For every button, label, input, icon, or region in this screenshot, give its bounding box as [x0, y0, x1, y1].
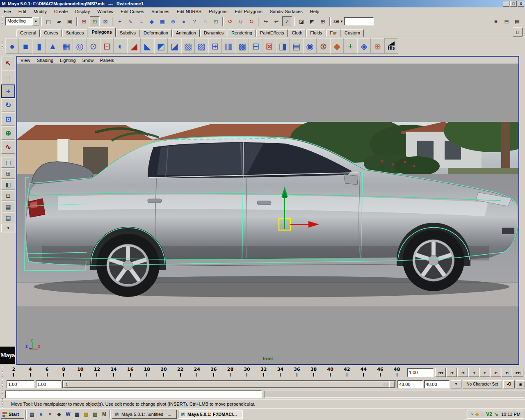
tray-icon-2[interactable]: ◈: [475, 411, 479, 417]
menu-item[interactable]: Subdiv Surfaces: [266, 7, 306, 16]
trash-icon[interactable]: ⊔: [513, 27, 523, 37]
open-scene-icon[interactable]: ▰: [54, 16, 64, 26]
poly-torus-icon[interactable]: ◎: [73, 38, 87, 54]
transfer-icon[interactable]: ⊛: [317, 38, 330, 54]
tray-icon-3[interactable]: ◌: [481, 411, 484, 417]
hypershade-persp-layout-button[interactable]: ▦: [1, 201, 15, 212]
tray-icon-1[interactable]: ◔: [470, 411, 473, 417]
panel-menu-item[interactable]: View: [17, 58, 34, 63]
select-tool[interactable]: ↖: [1, 57, 15, 70]
step-back-frame-button[interactable]: |◀: [446, 368, 457, 377]
input-connections-icon[interactable]: ↪: [261, 16, 271, 26]
lasso-select-tool[interactable]: ◌: [1, 71, 15, 84]
snap-to-points-icon[interactable]: ↻: [247, 16, 256, 26]
time-slider-grip[interactable]: [1, 368, 5, 377]
select-misc-mask-icon[interactable]: ?: [189, 16, 199, 26]
new-scene-icon[interactable]: ▢: [43, 16, 53, 26]
lock-selection-icon[interactable]: ∩: [200, 16, 210, 26]
average-vertices-icon[interactable]: ◉: [303, 38, 317, 54]
poly-cube-icon[interactable]: ■: [19, 38, 32, 54]
shelf-tab[interactable]: Deformation: [140, 29, 172, 37]
select-hulls-mask-icon[interactable]: ≈: [136, 16, 146, 26]
menu-item[interactable]: Edit: [15, 7, 30, 16]
shelf-tab[interactable]: General: [16, 29, 40, 37]
range-end-handle[interactable]: [389, 381, 395, 388]
help-line-grip[interactable]: [1, 399, 5, 409]
output-connections-icon[interactable]: ↩: [272, 16, 281, 26]
extrude-face-icon[interactable]: ◢: [127, 38, 141, 54]
render-current-frame-icon[interactable]: ◪: [297, 16, 306, 26]
restore-button[interactable]: □: [510, 1, 517, 7]
convert-to-subdiv-icon[interactable]: ⊕: [371, 38, 384, 54]
current-frame-input[interactable]: [407, 368, 434, 377]
panel-menu-item[interactable]: Lighting: [57, 58, 79, 63]
panel-menu-item[interactable]: Shading: [34, 58, 57, 63]
shelf-tab[interactable]: PaintEffects: [256, 29, 288, 37]
play-forwards-button[interactable]: ▶: [479, 368, 490, 377]
menu-item[interactable]: Create: [50, 7, 71, 16]
range-slider-bar[interactable]: 1 48: [63, 381, 395, 388]
construction-history-icon[interactable]: ✓: [282, 16, 292, 26]
playback-start-input[interactable]: [7, 380, 34, 388]
snap-to-curves-icon[interactable]: ∪: [236, 16, 246, 26]
range-slider-grip[interactable]: [1, 379, 5, 389]
shelf-tab[interactable]: Custom: [341, 29, 364, 37]
animation-preferences-button[interactable]: ▣: [516, 380, 525, 388]
shelf-tab[interactable]: Fluids: [306, 29, 326, 37]
rotate-tool[interactable]: ↻: [1, 98, 15, 112]
select-rendering-mask-icon[interactable]: ●: [179, 16, 189, 26]
bevel-icon[interactable]: ▥: [222, 38, 235, 54]
go-to-playback-end-button[interactable]: ▶▶|: [513, 368, 523, 377]
poke-faces-icon[interactable]: ▧: [181, 38, 195, 54]
select-by-component-icon[interactable]: ⊠: [100, 16, 110, 26]
time-slider-track[interactable]: 2 4 6 8 10 12: [5, 367, 405, 378]
shelf-tab[interactable]: Animation: [172, 29, 200, 37]
quick-launch-6-icon[interactable]: ▦: [73, 410, 81, 418]
start-button[interactable]: Start: [1, 410, 24, 419]
layout-menu-button[interactable]: ▼: [1, 224, 15, 232]
command-line-input[interactable]: [5, 390, 262, 398]
snap-to-grids-icon[interactable]: ↺: [225, 16, 235, 26]
show-channel-box-icon[interactable]: ▤: [512, 16, 522, 26]
menu-set-selector[interactable]: Modeling ▼: [5, 17, 39, 25]
paint-tool-2-icon[interactable]: ▨: [91, 410, 99, 418]
chevron-down-icon[interactable]: ▼: [32, 17, 39, 25]
playback-end-input[interactable]: [424, 380, 450, 388]
paint-tool-icon[interactable]: ▧: [82, 410, 90, 418]
select-dynamics-mask-icon[interactable]: ⊛: [168, 16, 178, 26]
menu-item[interactable]: Surfaces: [148, 7, 173, 16]
character-set-menu-button[interactable]: ▼: [451, 380, 461, 388]
play-backwards-button[interactable]: ◀: [468, 368, 479, 377]
tray-icon-5[interactable]: ↘: [494, 411, 498, 417]
shelf-tab[interactable]: Fur: [326, 29, 341, 37]
select-by-hierarchy-icon[interactable]: ⊞: [79, 16, 89, 26]
quick-launch-3-icon[interactable]: ¤: [46, 410, 54, 418]
viewport-canvas[interactable]: front y z x: [17, 64, 518, 364]
chevron-down-icon[interactable]: ▼: [340, 20, 343, 23]
poly-cone-icon[interactable]: ▲: [46, 38, 59, 54]
auto-keyframe-toggle[interactable]: -O: [503, 380, 515, 388]
highlight-selection-icon[interactable]: ⊡: [211, 16, 221, 26]
shelf-tab[interactable]: Curves: [40, 29, 62, 37]
create-polygon-tool-icon[interactable]: ⊡: [100, 38, 114, 54]
status-line-grip[interactable]: [1, 16, 5, 26]
move-tool[interactable]: +: [1, 84, 15, 98]
close-button[interactable]: X: [518, 1, 524, 7]
extrude-edge-icon[interactable]: ◣: [141, 38, 154, 54]
poly-sphere-icon[interactable]: ●: [5, 38, 19, 54]
shelf-tab[interactable]: Surfaces: [62, 29, 87, 37]
four-pane-layout-button[interactable]: ⊞: [1, 168, 15, 179]
panel-menu-item[interactable]: Show: [79, 58, 97, 63]
save-scene-icon[interactable]: ▣: [65, 16, 75, 26]
ipr-render-icon[interactable]: ◩: [307, 16, 317, 26]
smooth-icon[interactable]: ◨: [276, 38, 290, 54]
panel-menu-item[interactable]: Panels: [97, 58, 117, 63]
mirror-geometry-icon[interactable]: ▩: [235, 38, 249, 54]
move-component-icon[interactable]: +: [344, 38, 357, 54]
cut-faces-tool-icon[interactable]: ◪: [168, 38, 181, 54]
select-curves-mask-icon[interactable]: ∿: [126, 16, 135, 26]
quick-launch-4-icon[interactable]: ◆: [55, 410, 63, 418]
outliner-persp-layout-button[interactable]: ◧: [1, 179, 15, 190]
show-tool-settings-icon[interactable]: ⊟: [502, 16, 511, 26]
separate-icon[interactable]: ⊠: [262, 38, 276, 54]
